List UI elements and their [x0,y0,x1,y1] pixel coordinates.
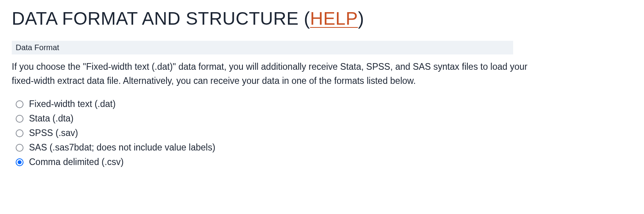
title-suffix: ) [358,8,364,29]
radio-option-sas: SAS (.sas7bdat; does not include value l… [16,142,632,153]
radio-input-spss[interactable] [16,129,24,137]
help-link[interactable]: HELP [310,8,358,29]
data-format-options: Fixed-width text (.dat) Stata (.dta) SPS… [16,99,632,167]
radio-option-spss: SPSS (.sav) [16,128,632,138]
title-prefix: DATA FORMAT AND STRUCTURE ( [12,8,310,29]
radio-input-csv[interactable] [16,158,24,166]
radio-option-stata: Stata (.dta) [16,113,632,124]
radio-label-stata[interactable]: Stata (.dta) [29,113,74,124]
section-header: Data Format [12,41,513,54]
section-description: If you choose the "Fixed-width text (.da… [12,60,537,88]
radio-label-spss[interactable]: SPSS (.sav) [29,128,78,138]
radio-option-csv: Comma delimited (.csv) [16,157,632,167]
radio-label-sas[interactable]: SAS (.sas7bdat; does not include value l… [29,142,215,153]
radio-label-fixed-width[interactable]: Fixed-width text (.dat) [29,99,116,109]
page-title: DATA FORMAT AND STRUCTURE (HELP) [12,8,632,29]
radio-input-fixed-width[interactable] [16,100,24,108]
radio-option-fixed-width: Fixed-width text (.dat) [16,99,632,109]
radio-input-sas[interactable] [16,144,24,152]
radio-label-csv[interactable]: Comma delimited (.csv) [29,157,124,167]
radio-input-stata[interactable] [16,115,24,123]
